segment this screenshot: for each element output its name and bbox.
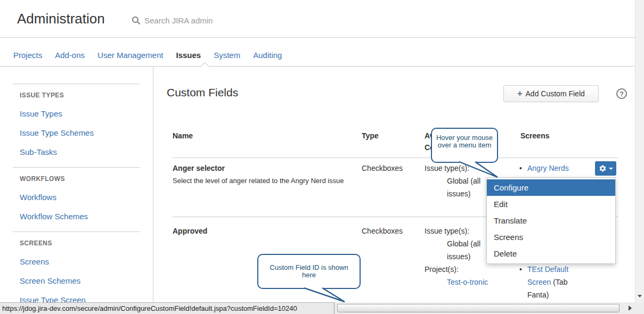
column-header-name: Name bbox=[173, 130, 193, 142]
add-custom-field-button[interactable]: + Add Custom Field bbox=[503, 85, 599, 102]
custom-field-name: Anger selector bbox=[173, 162, 225, 175]
custom-field-description: Select the level of anger related to the… bbox=[173, 175, 356, 187]
cog-actions-button[interactable] bbox=[595, 161, 616, 176]
add-custom-field-label: Add Custom Field bbox=[526, 89, 585, 98]
nav-tab-addons[interactable]: Add-ons bbox=[55, 51, 85, 60]
sidebar: ISSUE TYPES Issue Types Issue Type Schem… bbox=[0, 67, 153, 302]
custom-field-name: Approved bbox=[173, 225, 207, 237]
menu-item-screens[interactable]: Screens bbox=[487, 229, 615, 245]
custom-field-type: Checkboxes bbox=[362, 162, 403, 175]
scroll-down-arrow-icon[interactable] bbox=[638, 295, 642, 298]
sidebar-divider bbox=[13, 167, 140, 168]
nav-tab-system[interactable]: System bbox=[214, 51, 240, 60]
bullet: • bbox=[519, 162, 522, 175]
page-header-title: Administration bbox=[17, 11, 105, 27]
horizontal-scrollbar-thumb[interactable] bbox=[337, 304, 619, 312]
status-url: https://jdog.jira-dev.com/secure/admin/C… bbox=[0, 302, 335, 314]
screens-list-item: • Angry Nerds bbox=[518, 162, 593, 175]
help-icon[interactable]: ? bbox=[616, 88, 627, 99]
table-header-divider bbox=[173, 158, 618, 158]
sidebar-item-sub-tasks[interactable]: Sub-Tasks bbox=[20, 148, 153, 156]
project-link-test-o-tronic[interactable]: Test-o-tronic bbox=[447, 278, 488, 286]
context-label: Project(s): bbox=[425, 263, 520, 276]
callout-tail bbox=[300, 287, 349, 303]
header-divider bbox=[0, 37, 635, 38]
sidebar-item-workflows[interactable]: Workflows bbox=[20, 193, 153, 202]
custom-field-type: Checkboxes bbox=[362, 225, 403, 237]
sidebar-item-issue-types[interactable]: Issue Types bbox=[20, 110, 153, 118]
sidebar-item-screens[interactable]: Screens bbox=[20, 258, 153, 266]
menu-item-edit[interactable]: Edit bbox=[487, 196, 615, 212]
screen-link-angry-nerds[interactable]: Angry Nerds bbox=[527, 164, 569, 172]
sidebar-item-workflow-schemes[interactable]: Workflow Schemes bbox=[20, 212, 153, 221]
page-title: Custom Fields bbox=[167, 86, 238, 99]
sidebar-heading-screens: SCREENS bbox=[20, 239, 153, 247]
menu-item-delete[interactable]: Delete bbox=[487, 245, 615, 262]
sidebar-item-screen-schemes[interactable]: Screen Schemes bbox=[20, 277, 153, 285]
callout-tail bbox=[456, 161, 501, 179]
chevron-down-icon bbox=[609, 168, 613, 170]
scroll-right-arrow-icon[interactable] bbox=[629, 305, 632, 311]
actions-dropdown-menu: Configure Edit Translate Screens Delete bbox=[486, 177, 616, 264]
sidebar-item-issue-type-schemes[interactable]: Issue Type Schemes bbox=[20, 129, 153, 137]
menu-item-configure[interactable]: Configure bbox=[487, 179, 615, 196]
nav-tab-auditing[interactable]: Auditing bbox=[253, 51, 282, 60]
nav-tab-user-management[interactable]: User Management bbox=[97, 51, 163, 60]
menu-item-translate[interactable]: Translate bbox=[487, 212, 615, 229]
column-header-screens: Screens bbox=[520, 130, 549, 142]
nav-tab-issues[interactable]: Issues bbox=[176, 51, 201, 60]
admin-search[interactable] bbox=[132, 16, 240, 25]
nav-tab-projects[interactable]: Projects bbox=[13, 51, 42, 60]
sidebar-divider bbox=[13, 232, 140, 232]
screens-list-item: •TEst Default Screen (Tab Fanta) bbox=[518, 263, 582, 301]
vertical-scrollbar[interactable] bbox=[635, 0, 644, 302]
gear-icon bbox=[599, 164, 607, 172]
sidebar-divider bbox=[13, 84, 140, 84]
jira-admin-page: Administration Projects Add-ons User Man… bbox=[0, 0, 644, 314]
admin-nav: Projects Add-ons User Management Issues … bbox=[13, 51, 282, 60]
column-header-type: Type bbox=[362, 130, 379, 142]
callout-hover-menu: Hover your mouse over a menu item bbox=[431, 128, 498, 163]
search-icon bbox=[132, 16, 141, 25]
plus-icon: + bbox=[517, 89, 522, 98]
bottom-bar: https://jdog.jira-dev.com/secure/admin/C… bbox=[0, 302, 644, 314]
sidebar-item-issue-type-screen[interactable]: Issue Type Screen bbox=[20, 296, 153, 302]
search-input[interactable] bbox=[144, 16, 240, 25]
bullet: • bbox=[519, 263, 522, 276]
callout-custom-field-id: Custom Field ID is shown here bbox=[257, 254, 361, 289]
sidebar-heading-issue-types: ISSUE TYPES bbox=[20, 92, 153, 99]
sidebar-heading-workflows: WORKFLOWS bbox=[20, 175, 153, 183]
active-tab-notch bbox=[201, 62, 209, 71]
